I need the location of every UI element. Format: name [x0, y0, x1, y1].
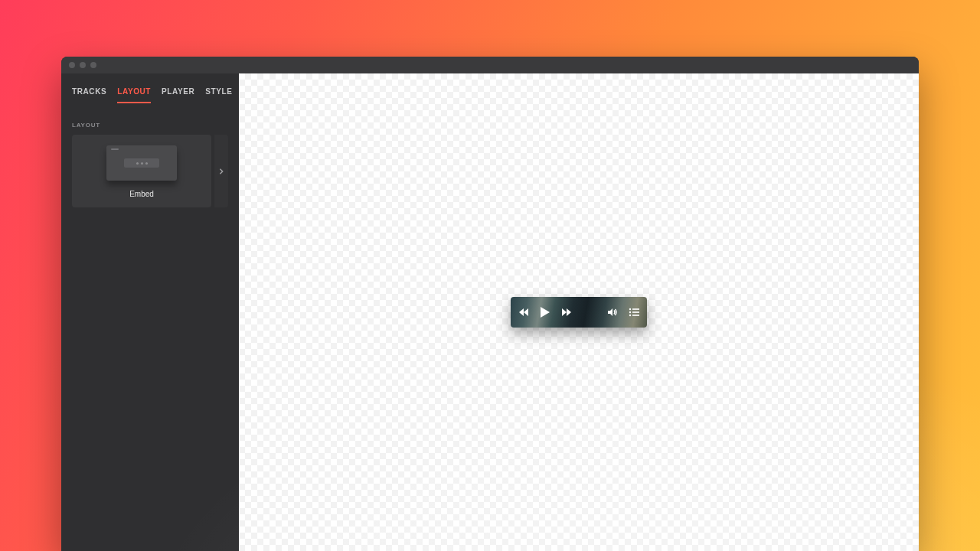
- traffic-light-close-icon[interactable]: [69, 62, 75, 68]
- mini-player-icon: [124, 158, 159, 168]
- svg-point-6: [629, 308, 631, 310]
- fast-forward-icon[interactable]: [561, 308, 572, 317]
- page-background: TRACKS LAYOUT PLAYER STYLE LAYOUT Embed: [0, 0, 980, 551]
- layout-card-label: Embed: [129, 190, 154, 198]
- traffic-light-minimize-icon[interactable]: [80, 62, 86, 68]
- svg-marker-1: [519, 308, 524, 316]
- layout-card-row: Embed: [72, 135, 228, 207]
- app-body: TRACKS LAYOUT PLAYER STYLE LAYOUT Embed: [61, 73, 919, 551]
- preview-canvas[interactable]: [239, 73, 919, 551]
- tab-style[interactable]: STYLE: [205, 87, 232, 103]
- section-label-layout: LAYOUT: [72, 122, 228, 129]
- svg-point-10: [629, 315, 631, 316]
- tab-player[interactable]: PLAYER: [162, 87, 194, 103]
- tab-layout[interactable]: LAYOUT: [117, 87, 151, 103]
- embed-player-preview: [511, 297, 647, 328]
- layout-thumbnail: [106, 145, 177, 181]
- svg-rect-11: [632, 315, 639, 316]
- sidebar: TRACKS LAYOUT PLAYER STYLE LAYOUT Embed: [61, 73, 239, 551]
- traffic-light-zoom-icon[interactable]: [90, 62, 96, 68]
- volume-icon[interactable]: [607, 308, 618, 317]
- layout-card-embed[interactable]: Embed: [72, 135, 211, 207]
- svg-rect-9: [632, 311, 639, 313]
- player-controls-left: [518, 306, 572, 318]
- svg-marker-0: [524, 308, 528, 316]
- play-icon[interactable]: [540, 306, 550, 318]
- layout-carousel-next-button[interactable]: [214, 135, 228, 207]
- svg-marker-3: [562, 308, 567, 316]
- svg-point-8: [629, 311, 631, 313]
- svg-marker-4: [567, 308, 571, 316]
- sidebar-tabs: TRACKS LAYOUT PLAYER STYLE: [72, 87, 228, 103]
- player-controls-right: [607, 308, 639, 317]
- playlist-icon[interactable]: [629, 308, 639, 317]
- svg-marker-5: [608, 308, 612, 316]
- app-window: TRACKS LAYOUT PLAYER STYLE LAYOUT Embed: [61, 57, 919, 551]
- window-titlebar: [61, 57, 919, 73]
- svg-rect-7: [632, 308, 639, 310]
- tab-tracks[interactable]: TRACKS: [72, 87, 106, 103]
- chevron-right-icon: [218, 168, 224, 174]
- rewind-icon[interactable]: [518, 308, 529, 317]
- svg-marker-2: [541, 307, 550, 318]
